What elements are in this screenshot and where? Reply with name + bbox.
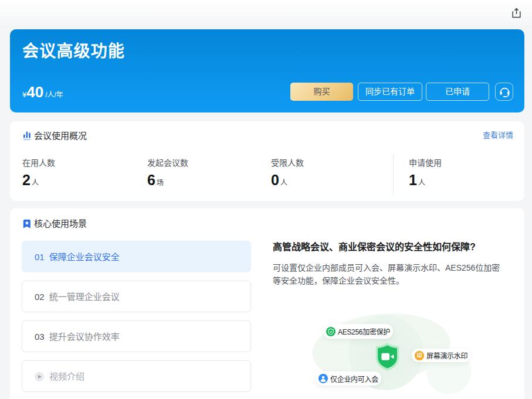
svg-text:印: 印 — [416, 352, 422, 359]
